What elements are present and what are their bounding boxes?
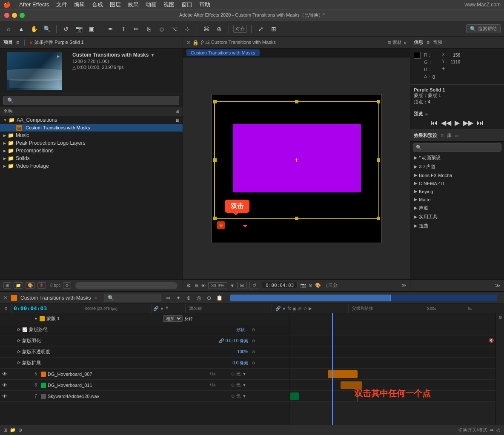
panel-menu-icon[interactable]: ≡: [16, 40, 19, 46]
menu-window[interactable]: 窗口: [181, 1, 192, 9]
unknown-tool2[interactable]: ⊕: [214, 24, 224, 34]
mask-path-value[interactable]: 形状...: [236, 327, 248, 333]
brush-tool[interactable]: ✏: [131, 24, 141, 34]
tl-btn4[interactable]: ◎: [195, 294, 203, 302]
library-tab[interactable]: 库: [447, 132, 452, 139]
grid-btn[interactable]: ⊞: [269, 24, 279, 34]
comp-item[interactable]: 🎬 Custom Transitions with Masks: [0, 124, 183, 132]
expand-btn[interactable]: ⤢: [256, 24, 266, 34]
effects-category-channel[interactable]: ▶ 声道: [410, 203, 504, 212]
viewer-color-btn[interactable]: 🎨: [315, 283, 321, 288]
effects-category-distort[interactable]: ▶ 扭曲: [410, 221, 504, 230]
project-search[interactable]: 🔍: [3, 96, 179, 105]
shape-tool[interactable]: ⊹: [182, 24, 192, 34]
mask-expand-icon[interactable]: ▼: [34, 317, 38, 321]
tl-btn2[interactable]: ✦: [174, 294, 183, 302]
mask-exp-animate-icon[interactable]: ⟳: [17, 361, 20, 365]
effects-category-3d[interactable]: ▶ 3D 声道: [410, 162, 504, 171]
mask-opacity-link[interactable]: ⊙: [252, 349, 255, 354]
folder-video-footage[interactable]: ▶ 📁 Video Footage: [0, 162, 183, 170]
goto-time-btn[interactable]: ◎: [496, 427, 501, 433]
menu-help[interactable]: 帮助: [199, 1, 210, 9]
effects-expand-btn[interactable]: ≫: [495, 283, 501, 289]
timeline-scrubber[interactable]: [230, 295, 497, 301]
viewer-3d-btn[interactable]: ⊙: [309, 283, 312, 288]
layer5-eye[interactable]: 👁: [2, 371, 8, 377]
mask-opacity-animate-icon[interactable]: ⟳: [17, 349, 20, 354]
close-button[interactable]: [4, 13, 9, 18]
layer7-eye[interactable]: 👁: [2, 393, 8, 399]
select-behind-tool[interactable]: ▣: [86, 24, 97, 34]
folder-aa-compositions[interactable]: ▼ 📁 AA_Compositions ⊞: [0, 116, 183, 124]
menu-view[interactable]: 视图: [163, 1, 175, 9]
zoom-tool[interactable]: 🔍: [42, 24, 52, 34]
folder-peak[interactable]: ▶ 📁 Peak Productions Logo Layers: [0, 139, 183, 147]
add-folder-btn[interactable]: 📁: [10, 427, 16, 433]
minimize-button[interactable]: [12, 13, 17, 18]
add-icon[interactable]: ⊞: [176, 118, 179, 123]
tl-btn3[interactable]: ⊕: [184, 294, 193, 302]
tl-btn1[interactable]: ⇔: [164, 294, 172, 302]
timeline-menu-icon[interactable]: ≡: [94, 295, 97, 301]
effects-expand[interactable]: »: [455, 133, 458, 139]
preview-menu[interactable]: ≡: [425, 111, 428, 117]
unknown-tool1[interactable]: ⌘: [201, 24, 212, 34]
tl-btn6[interactable]: 📋: [215, 294, 223, 302]
text-tool[interactable]: T: [118, 24, 129, 34]
mask-handle-ml[interactable]: [213, 158, 217, 162]
play-btn[interactable]: ▶: [455, 119, 460, 127]
mask-feather-value[interactable]: 0.0,0.0 像素: [226, 338, 248, 344]
source-tab[interactable]: 素材: [392, 39, 402, 46]
expand-icon[interactable]: »: [404, 40, 407, 46]
clone-tool[interactable]: ⎘: [144, 24, 154, 34]
viewer-view-btn[interactable]: 👁: [201, 283, 206, 288]
new-folder-btn[interactable]: 📁: [14, 282, 23, 289]
camera-tool[interactable]: 📷: [74, 24, 84, 34]
step-back-btn[interactable]: ◀◀: [441, 119, 451, 127]
mask-exp-value[interactable]: 0.0 像素: [232, 360, 248, 366]
effects-search[interactable]: 🔍: [413, 143, 501, 152]
mask-handle-mr[interactable]: [377, 158, 380, 162]
viewer-settings-btn[interactable]: ⚙: [186, 283, 191, 289]
apple-menu[interactable]: 🍎: [3, 1, 11, 8]
mask-mode-select[interactable]: 相加: [163, 315, 183, 322]
effects-category-boris[interactable]: ▶ Boris FX Mocha: [410, 171, 504, 179]
project-search-input[interactable]: [15, 98, 175, 103]
folder-precomps[interactable]: ▶ 📁 Precompositions: [0, 147, 183, 155]
menu-layer[interactable]: 图层: [110, 1, 121, 9]
plus-icon[interactable]: +: [442, 66, 460, 72]
mask-feather-animate-icon[interactable]: ⟳: [17, 338, 20, 343]
layer6-eye[interactable]: 👁: [2, 382, 8, 388]
delete-btn[interactable]: 🗑: [37, 282, 46, 289]
new-comp-btn[interactable]: ⊞: [3, 282, 11, 289]
hand-tool[interactable]: ✋: [29, 24, 39, 34]
timeline-search-input[interactable]: [114, 295, 157, 300]
mask-handle-tl[interactable]: [213, 100, 217, 103]
rotate-tool[interactable]: ↺: [61, 24, 71, 34]
step-forward-btn[interactable]: ▶▶: [463, 119, 473, 127]
dropdown-icon[interactable]: ▼: [150, 53, 155, 57]
layer6-parent-dropdown[interactable]: ▼: [242, 383, 246, 387]
timeline-settings-icon[interactable]: ⚙: [498, 315, 502, 320]
viewer-screen-btn[interactable]: 🖥: [194, 283, 198, 288]
menu-file[interactable]: 文件: [56, 1, 67, 9]
viewer-expand-btn[interactable]: ≫: [401, 283, 407, 288]
viewer-loop-btn[interactable]: ↺: [249, 282, 259, 289]
home-btn[interactable]: ⌂: [3, 24, 14, 34]
pen-tool[interactable]: ✒: [106, 24, 116, 34]
grid-icon[interactable]: ⊞: [175, 109, 179, 114]
mask-handle-tm[interactable]: [295, 100, 298, 103]
go-to-end-btn[interactable]: ⏭: [477, 119, 484, 127]
viewer-fit-btn[interactable]: ⊞: [237, 282, 247, 289]
mask-exp-link[interactable]: ⊙: [252, 361, 255, 365]
eraser-tool[interactable]: ◇: [157, 24, 167, 34]
viewer-canvas-area[interactable]: ⊕ 双击: [183, 57, 410, 279]
tl-btn5[interactable]: ⊙: [205, 294, 213, 302]
mask-path-animate-icon[interactable]: ⟳: [17, 327, 20, 332]
timecode-display[interactable]: 0:00:04:03: [262, 282, 298, 289]
folder-music[interactable]: ▶ 📁 Music: [0, 132, 183, 139]
maximize-button[interactable]: [20, 13, 25, 18]
mask-handle-bl[interactable]: [213, 217, 217, 220]
mask-handle-br[interactable]: [377, 217, 380, 220]
puppet-tool[interactable]: ⌥: [169, 24, 180, 34]
